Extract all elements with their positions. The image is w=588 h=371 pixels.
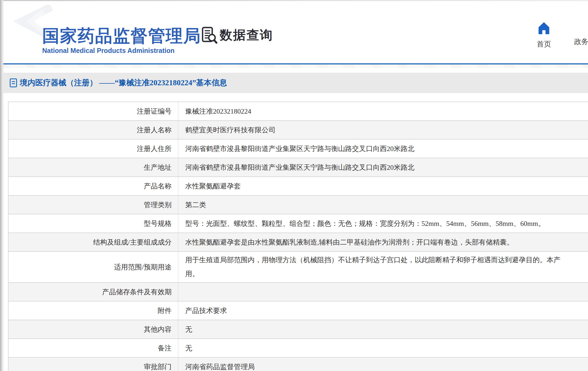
page: 国家药品监督管理局 National Medical Products Admi…: [0, 0, 588, 371]
row-value: 豫械注准20232180224: [178, 102, 588, 120]
nmpa-logo-title: 国家药品监督管理局: [42, 26, 201, 46]
row-label: 管理类别: [9, 196, 178, 214]
row-value: 河南省鹤壁市浚县黎阳街道产业集聚区天宁路与衡山路交叉口向西20米路北: [178, 140, 588, 158]
row-value: 用于生殖道局部范围内，用物理方法（机械阻挡）不让精子到达子宫口处，以此阻断精子和…: [178, 252, 588, 282]
row-value: 河南省鹤壁市浚县黎阳街道产业集聚区天宁路与衡山路交叉口向西20米路北: [178, 158, 588, 176]
table-row: 附件 产品技术要求: [9, 302, 588, 320]
row-label: 附件: [9, 302, 178, 320]
nav-item-gov[interactable]: 政务: [574, 37, 588, 47]
left-border-strip: [0, 0, 4, 371]
data-query-section-link[interactable]: 数据查询: [200, 26, 273, 44]
table-row: 备注 无: [9, 339, 588, 358]
row-value: 鹤壁宜美时医疗科技有限公司: [178, 121, 588, 139]
row-value-line: 用于生殖道局部范围内，用物理方法（机械阻挡）不让精子到达子宫口处，以此阻断精子和…: [185, 253, 560, 267]
table-row: 其他内容 无: [9, 320, 588, 339]
table-row: 适用范围/预期用途 用于生殖道局部范围内，用物理方法（机械阻挡）不让精子到达子宫…: [9, 252, 588, 283]
table-row: 注册人名称 鹤壁宜美时医疗科技有限公司: [9, 121, 588, 140]
table-row: 结构及组成/主要组成成分 水性聚氨酯避孕套是由水性聚氨酯乳液制造,辅料由二甲基硅…: [9, 233, 588, 252]
row-label: 注册人住所: [9, 140, 178, 158]
row-label: 注册人名称: [9, 121, 178, 139]
row-value: [178, 283, 588, 301]
table-row: 注册人住所 河南省鹤壁市浚县黎阳街道产业集聚区天宁路与衡山路交叉口向西20米路北: [9, 140, 588, 158]
page-title-bar: 境内医疗器械（注册） ——“豫械注准20232180224”基本信息: [3, 73, 588, 93]
table-row: 生产地址 河南省鹤壁市浚县黎阳街道产业集聚区天宁路与衡山路交叉口向西20米路北: [9, 158, 588, 177]
table-row: 管理类别 第二类: [9, 196, 588, 214]
row-label: 型号规格: [9, 214, 178, 233]
table-row: 审批部门 河南省药品监督管理局: [9, 358, 588, 371]
registration-info-table: 注册证编号 豫械注准20232180224 注册人名称 鹤壁宜美时医疗科技有限公…: [8, 102, 588, 371]
nmpa-logo[interactable]: 国家药品监督管理局 National Medical Products Admi…: [42, 26, 201, 55]
row-label: 产品储存条件及有效期: [9, 283, 178, 301]
row-value: 第二类: [178, 196, 588, 214]
site-header: 国家药品监督管理局 National Medical Products Admi…: [0, 1, 588, 64]
nmpa-logo-subtitle: National Medical Products Administration: [42, 47, 201, 55]
row-label: 注册证编号: [9, 102, 178, 120]
page-title: 境内医疗器械（注册） ——“豫械注准20232180224”基本信息: [20, 78, 227, 88]
row-label: 其他内容: [9, 320, 178, 338]
data-query-label: 数据查询: [220, 27, 273, 44]
row-value: 无: [178, 339, 588, 357]
row-value-line: 用。: [185, 267, 199, 281]
hatched-strip: [0, 64, 588, 68]
row-value: 河南省药品监督管理局: [178, 358, 588, 371]
row-label: 生产地址: [9, 158, 178, 176]
row-label: 适用范围/预期用途: [9, 252, 178, 282]
row-value: 型号：光面型、螺纹型、颗粒型、组合型；颜色：无色；规格：宽度分别为：52mm、5…: [178, 214, 588, 233]
table-row: 产品储存条件及有效期: [9, 283, 588, 302]
nav-item-home[interactable]: 首页: [532, 22, 556, 49]
table-row: 产品名称 水性聚氨酯避孕套: [9, 177, 588, 196]
row-value: 水性聚氨酯避孕套是由水性聚氨酯乳液制造,辅料由二甲基硅油作为润滑剂；开口端有卷边…: [178, 233, 588, 251]
row-value: 产品技术要求: [178, 302, 588, 320]
document-search-icon: [200, 26, 218, 44]
row-value: 水性聚氨酯避孕套: [178, 177, 588, 195]
table-row: 注册证编号 豫械注准20232180224: [9, 102, 588, 121]
home-icon: [538, 22, 550, 36]
nav-gov-label: 政务: [574, 38, 588, 46]
nav-home-label: 首页: [532, 39, 556, 49]
table-row: 型号规格 型号：光面型、螺纹型、颗粒型、组合型；颜色：无色；规格：宽度分别为：5…: [9, 214, 588, 233]
row-value: 无: [178, 320, 588, 338]
row-label: 结构及组成/主要组成成分: [9, 233, 178, 251]
row-label: 产品名称: [9, 177, 178, 195]
document-icon: [10, 78, 17, 87]
row-label: 审批部门: [9, 358, 178, 371]
row-label: 备注: [9, 339, 178, 357]
